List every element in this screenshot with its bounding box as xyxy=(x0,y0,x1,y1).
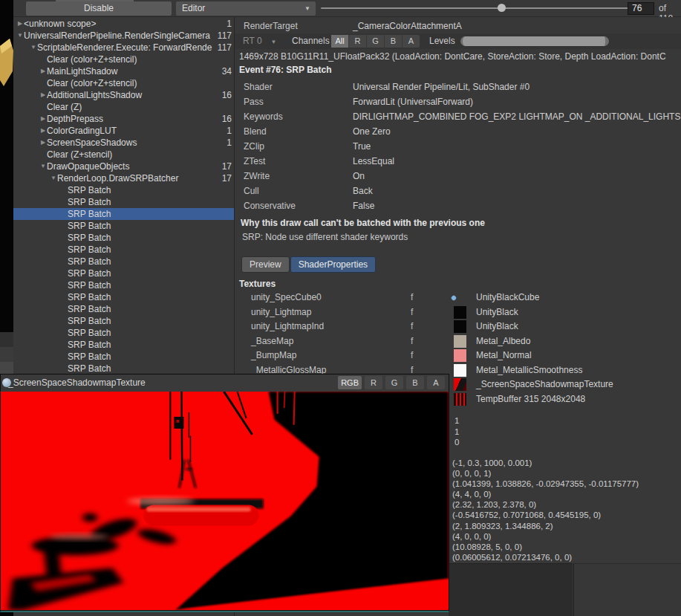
property-value: False xyxy=(353,198,374,213)
tree-row[interactable]: SRP Batch xyxy=(13,256,234,268)
expand-arrow-icon[interactable] xyxy=(60,351,68,363)
tree-row[interactable]: ▶ DepthPrepass 16 xyxy=(13,113,234,125)
tree-row[interactable]: SRP Batch xyxy=(13,244,234,256)
preview-channel-button[interactable]: B xyxy=(406,376,424,389)
tree-row[interactable]: ▶ ScreenSpaceShadows 1 xyxy=(13,137,234,149)
tree-row[interactable]: SRP Batch xyxy=(13,291,234,303)
tree-row[interactable]: SRP Batch xyxy=(13,220,234,232)
vector-values-list: (-1, 0.3, 1000, 0.001)(0, 0, 0, 1)(1.041… xyxy=(452,458,639,562)
render-target-row: RenderTarget _CameraColorAttachmentA xyxy=(235,19,681,33)
tree-row[interactable]: SRP Batch xyxy=(13,327,234,339)
expand-arrow-icon[interactable] xyxy=(60,327,68,339)
expand-arrow-icon[interactable]: ▼ xyxy=(50,172,57,184)
preview-channel-button[interactable]: R xyxy=(365,376,382,389)
expand-arrow-icon[interactable] xyxy=(60,184,68,196)
expand-arrow-icon[interactable]: ▼ xyxy=(39,161,47,172)
preview-channel-button[interactable]: A xyxy=(427,376,445,389)
tree-item-count xyxy=(212,77,234,89)
expand-arrow-icon[interactable]: ▶ xyxy=(16,18,24,30)
preview-channel-button[interactable]: G xyxy=(385,376,403,389)
channel-button[interactable]: All xyxy=(331,35,349,48)
expand-arrow-icon[interactable] xyxy=(60,220,68,232)
tree-item-count xyxy=(212,149,234,161)
detail-tab[interactable]: ShaderProperties xyxy=(290,256,376,273)
tree-row[interactable]: Clear (color+Z+stencil) xyxy=(13,77,234,89)
tree-row[interactable]: SRP Batch xyxy=(13,196,234,208)
texture-row[interactable]: _BumpMap f Metal_Normal xyxy=(235,348,681,363)
tree-row[interactable]: SRP Batch xyxy=(13,279,234,291)
debugger-toolbar: Disable Editor ▼ 76 of 118 xyxy=(13,0,681,17)
expand-arrow-icon[interactable] xyxy=(60,268,68,279)
tree-row[interactable]: SRP Batch xyxy=(13,232,234,244)
levels-range-slider[interactable] xyxy=(460,36,609,46)
tree-row[interactable]: SRP Batch xyxy=(13,363,234,375)
tree-item-count xyxy=(212,54,234,65)
tree-row[interactable]: ▼ RenderLoop.DrawSRPBatcher 17 xyxy=(13,172,234,184)
expand-arrow-icon[interactable] xyxy=(39,149,47,161)
tree-row[interactable]: ▶ MainLightShadow 34 xyxy=(13,65,234,77)
expand-arrow-icon[interactable]: ▶ xyxy=(39,137,47,149)
expand-arrow-icon[interactable] xyxy=(39,101,47,113)
target-selector-dropdown[interactable]: Editor ▼ xyxy=(176,1,316,16)
tree-row[interactable]: SRP Batch xyxy=(13,303,234,315)
texture-row[interactable]: unity_LightmapInd f UnityBlack xyxy=(235,320,681,334)
tree-item-label: SRP Batch xyxy=(68,291,212,303)
tree-row[interactable]: SRP Batch xyxy=(13,208,234,220)
tree-row[interactable]: Clear (color+Z+stencil) xyxy=(13,54,234,65)
tree-row[interactable]: Clear (Z) xyxy=(13,101,234,113)
expand-arrow-icon[interactable] xyxy=(60,291,68,303)
tree-row[interactable]: ▼ DrawOpaqueObjects 17 xyxy=(13,161,234,172)
expand-arrow-icon[interactable]: ▼ xyxy=(16,30,24,42)
expand-arrow-icon[interactable]: ▶ xyxy=(39,113,47,125)
expand-arrow-icon[interactable]: ▶ xyxy=(39,89,47,101)
expand-arrow-icon[interactable]: ▶ xyxy=(39,125,47,137)
tree-item-label: Clear (color+Z+stencil) xyxy=(47,77,212,89)
expand-arrow-icon[interactable] xyxy=(60,196,68,208)
tree-item-label: SRP Batch xyxy=(68,303,212,315)
expand-arrow-icon[interactable] xyxy=(39,77,47,89)
tree-row[interactable]: ▶ ColorGradingLUT 1 xyxy=(13,125,234,137)
expand-arrow-icon[interactable] xyxy=(60,339,68,351)
tree-item-label: SRP Batch xyxy=(68,268,212,279)
property-label: Conservative xyxy=(244,198,296,213)
channel-button[interactable]: R xyxy=(349,35,367,48)
preview-channel-button[interactable]: RGB xyxy=(338,376,362,389)
texture-row[interactable]: unity_SpecCube0 f UnityBlackCube xyxy=(235,291,681,305)
expand-arrow-icon[interactable] xyxy=(60,256,68,268)
tree-row[interactable]: ▶ AdditionalLightsShadow 16 xyxy=(13,89,234,101)
expand-arrow-icon[interactable] xyxy=(60,315,68,327)
expand-arrow-icon[interactable]: ▶ xyxy=(39,65,47,77)
tree-row[interactable]: SRP Batch xyxy=(13,351,234,363)
expand-arrow-icon[interactable] xyxy=(60,279,68,291)
channel-button[interactable]: A xyxy=(403,35,420,48)
disable-button[interactable]: Disable xyxy=(26,1,172,16)
preview-titlebar[interactable]: _ScreenSpaceShadowmapTexture RGBRGBA xyxy=(1,375,449,392)
tree-row[interactable]: SRP Batch xyxy=(13,339,234,351)
expand-arrow-icon[interactable] xyxy=(60,244,68,256)
detail-tab[interactable]: Preview xyxy=(241,256,290,273)
expand-arrow-icon[interactable]: ▼ xyxy=(30,42,37,54)
tree-row[interactable]: Clear (Z+stencil) xyxy=(13,149,234,161)
channel-button[interactable]: B xyxy=(385,35,403,48)
tree-row[interactable]: SRP Batch xyxy=(13,268,234,279)
expand-arrow-icon[interactable] xyxy=(60,303,68,315)
texture-property-name: unity_Lightmap xyxy=(251,307,311,317)
tree-item-label: MainLightShadow xyxy=(47,65,212,77)
rt-index-dropdown[interactable]: RT 0▼ xyxy=(243,33,277,50)
expand-arrow-icon[interactable] xyxy=(60,363,68,375)
texture-fragment-flag: f xyxy=(411,307,413,317)
frame-slider-handle[interactable] xyxy=(498,4,506,12)
texture-row[interactable]: unity_Lightmap f UnityBlack xyxy=(235,305,681,320)
tree-row[interactable]: ▶ <unknown scope> 1 xyxy=(13,18,234,30)
tree-row[interactable]: SRP Batch xyxy=(13,315,234,327)
tree-row[interactable]: ▼ UniversalRenderPipeline.RenderSingleCa… xyxy=(13,30,234,42)
channel-button[interactable]: G xyxy=(367,35,385,48)
expand-arrow-icon[interactable] xyxy=(60,208,68,220)
frame-slider-track[interactable] xyxy=(321,7,633,9)
tree-row[interactable]: ▼ ScriptableRenderer.Execute: ForwardRen… xyxy=(13,42,234,54)
frame-number-input[interactable]: 76 xyxy=(628,2,654,15)
tree-row[interactable]: SRP Batch xyxy=(13,184,234,196)
expand-arrow-icon[interactable] xyxy=(60,232,68,244)
texture-row[interactable]: _BaseMap f Metal_Albedo xyxy=(235,334,681,349)
expand-arrow-icon[interactable] xyxy=(39,54,47,65)
